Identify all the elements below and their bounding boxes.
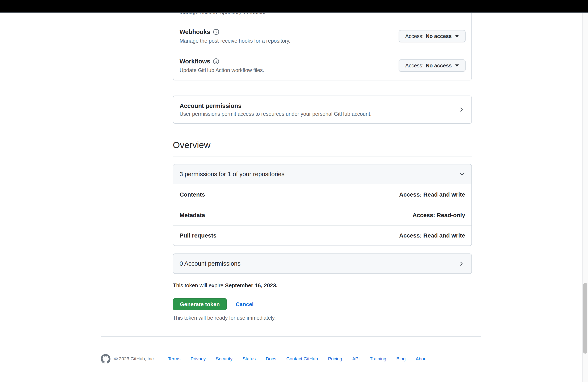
access-value: No access <box>426 63 452 69</box>
overview-permission-row: Metadata Access: Read-only <box>173 205 471 225</box>
chevron-right-icon <box>458 106 464 113</box>
permissions-overview-card: 3 permissions for 1 of your repositories… <box>173 164 472 246</box>
permission-access: Access: Read and write <box>399 232 465 239</box>
footer-link-status[interactable]: Status <box>243 356 255 362</box>
token-expiry-text: This token will expire September 16, 202… <box>173 282 472 289</box>
footer-link-blog[interactable]: Blog <box>396 356 405 362</box>
repo-permissions-summary-toggle[interactable]: 3 permissions for 1 of your repositories <box>173 164 471 184</box>
access-dropdown-button[interactable]: Access: No access <box>399 30 465 42</box>
footer-link-about[interactable]: About <box>416 356 428 362</box>
scrollbar-track[interactable] <box>582 13 588 382</box>
footer-link-api[interactable]: API <box>352 356 359 362</box>
site-footer: © 2023 GitHub, Inc. Terms Privacy Securi… <box>101 337 481 364</box>
overview-heading: Overview <box>173 139 472 156</box>
footer-link-docs[interactable]: Docs <box>266 356 276 362</box>
cancel-button[interactable]: Cancel <box>236 301 253 308</box>
form-actions: Generate token Cancel <box>173 298 472 310</box>
overview-permission-row: Contents Access: Read and write <box>173 184 471 205</box>
account-permissions-summary-text: 0 Account permissions <box>180 260 240 267</box>
account-permissions-card[interactable]: Account permissions User permissions per… <box>173 96 472 124</box>
permission-name: Pull requests <box>180 232 216 239</box>
generate-token-button[interactable]: Generate token <box>173 298 227 310</box>
account-permissions-description: User permissions permit access to resour… <box>180 111 465 117</box>
token-expiry-prefix: This token will expire <box>173 282 225 289</box>
footer-link-privacy[interactable]: Privacy <box>190 356 206 362</box>
permission-name: Metadata <box>180 212 205 219</box>
info-icon[interactable] <box>213 29 219 35</box>
permission-title: Webhooks <box>180 28 210 36</box>
permission-title: Workflows <box>180 58 210 65</box>
repo-permissions-summary-text: 3 permissions for 1 of your repositories <box>180 171 285 178</box>
access-dropdown-button[interactable]: Access: No access <box>399 60 465 72</box>
footer-link-security[interactable]: Security <box>216 356 232 362</box>
dropdown-caret-icon <box>455 35 459 37</box>
copyright-text: © 2023 GitHub, Inc. <box>114 356 155 362</box>
info-icon[interactable] <box>213 58 219 64</box>
permission-name: Contents <box>180 191 205 198</box>
github-logo-icon[interactable] <box>101 354 110 364</box>
dropdown-caret-icon <box>455 64 459 67</box>
scrollbar-thumb[interactable] <box>583 283 587 354</box>
footer-link-contact-github[interactable]: Contact GitHub <box>286 356 318 362</box>
account-permissions-summary-toggle[interactable]: 0 Account permissions <box>173 254 472 274</box>
permission-row-workflows: Workflows Update GitHub Action workflow … <box>173 51 471 80</box>
overview-permission-row: Pull requests Access: Read and write <box>173 225 471 246</box>
access-value: No access <box>426 33 452 39</box>
account-permissions-title: Account permissions <box>180 102 465 109</box>
footer-link-terms[interactable]: Terms <box>168 356 181 362</box>
footer-link-pricing[interactable]: Pricing <box>328 356 342 362</box>
token-ready-note: This token will be ready for use immedia… <box>173 315 472 321</box>
footer-links: Terms Privacy Security Status Docs Conta… <box>168 356 428 362</box>
top-black-bar <box>0 0 588 13</box>
access-label: Access: <box>405 33 424 39</box>
footer-link-training[interactable]: Training <box>370 356 386 362</box>
settings-content: Manage Actions repository variables. Web… <box>173 0 472 321</box>
access-label: Access: <box>405 63 424 69</box>
chevron-right-icon <box>458 261 464 267</box>
permission-access: Access: Read and write <box>399 191 465 198</box>
permission-row-webhooks: Webhooks Manage the post-receive hooks f… <box>173 22 471 51</box>
permission-access: Access: Read-only <box>412 212 465 219</box>
token-expiry-date: September 16, 2023. <box>225 282 278 289</box>
chevron-down-icon <box>459 171 465 177</box>
